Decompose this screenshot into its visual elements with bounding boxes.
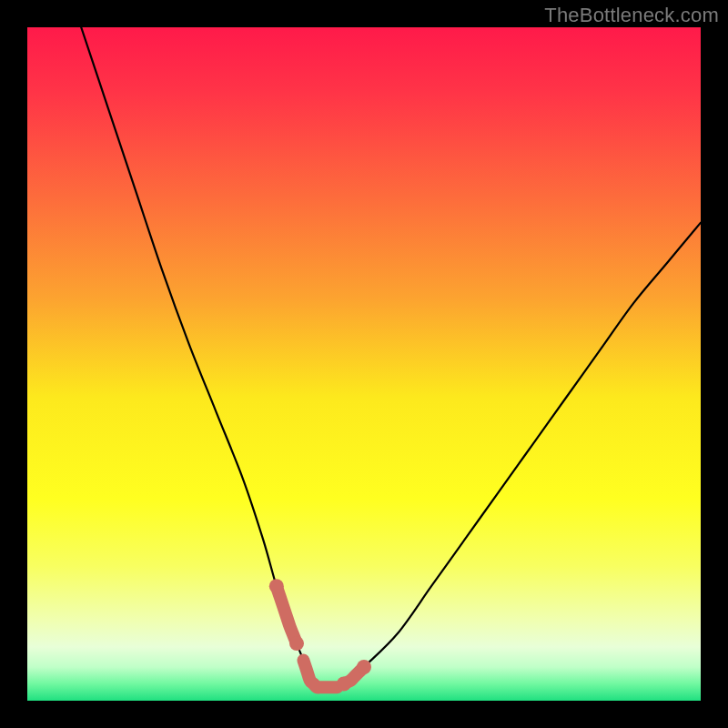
highlight-cap (269, 579, 284, 593)
highlight-segment-floor (303, 661, 337, 688)
highlight-segment-left (277, 586, 297, 643)
curve-layer (27, 27, 701, 701)
chart-frame: TheBottleneck.com (0, 0, 728, 728)
watermark-text: TheBottleneck.com (544, 4, 719, 27)
bottleneck-curve (81, 27, 701, 688)
highlight-cap (337, 677, 351, 692)
plot-area (27, 27, 701, 701)
highlight-cap (289, 636, 304, 651)
highlight-cap (357, 660, 371, 674)
